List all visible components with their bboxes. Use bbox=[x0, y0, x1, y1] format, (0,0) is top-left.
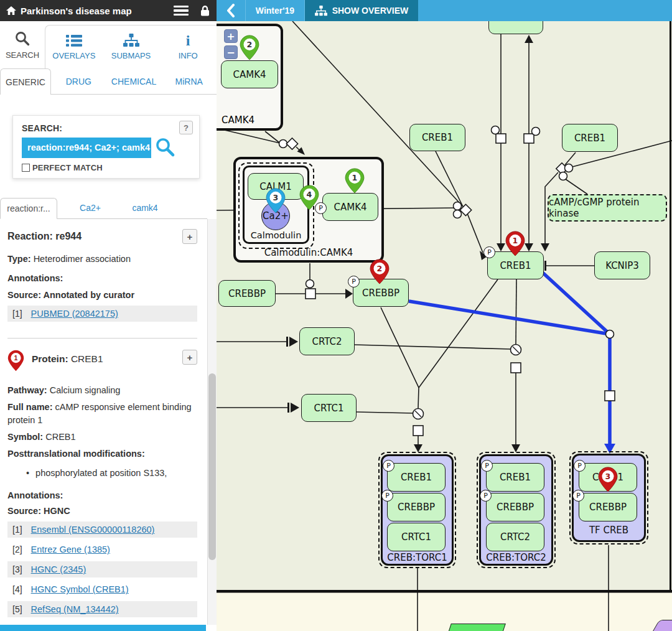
nav-item-info[interactable]: i INFO bbox=[159, 26, 217, 68]
svg-text:4: 4 bbox=[307, 190, 312, 199]
zoom-in-button[interactable]: + bbox=[224, 29, 238, 43]
info-icon: i bbox=[186, 34, 190, 47]
result-tab-ca2[interactable]: Ca2+ bbox=[68, 197, 112, 218]
nav-item-search[interactable]: SEARCH bbox=[0, 21, 45, 68]
reaction-title: Reaction: re944 bbox=[7, 231, 182, 242]
rna-node-clipped[interactable] bbox=[445, 624, 506, 631]
ensembl-link[interactable]: Ensembl (ENSG00000118260) bbox=[31, 525, 155, 535]
node-top-clipped[interactable] bbox=[488, 21, 543, 34]
result-content: Reaction: re944 + Type: Heterodimer asso… bbox=[0, 219, 207, 617]
perfect-match-checkbox[interactable] bbox=[22, 164, 30, 172]
lock-icon[interactable] bbox=[200, 5, 210, 16]
svg-text:2: 2 bbox=[247, 40, 253, 49]
protein-expand-button[interactable]: + bbox=[182, 350, 197, 365]
node-crebbp-left[interactable]: CREBBP bbox=[218, 280, 276, 307]
symbol-label: Symbol: bbox=[7, 432, 43, 442]
pathway-label: Pathway: bbox=[7, 385, 47, 395]
map-pin-red-1[interactable]: 1 bbox=[505, 231, 525, 256]
map-canvas[interactable]: CAMK4 CAMK4 2 Calmodulin:CAMK4 Calmoduli… bbox=[217, 21, 672, 631]
submaps-icon bbox=[123, 34, 139, 47]
map-pin-green-4[interactable]: 4 bbox=[299, 185, 319, 210]
hgnc-link[interactable]: HGNC (2345) bbox=[31, 564, 86, 574]
phospho-state-circle: P bbox=[572, 490, 584, 502]
sidebar-footer-bar bbox=[0, 625, 206, 631]
torc2-creb1[interactable]: CREB1 bbox=[486, 463, 544, 492]
map-pin-red-2[interactable]: 2 bbox=[370, 259, 390, 284]
scrollbar-thumb[interactable] bbox=[208, 373, 216, 560]
divider bbox=[7, 338, 197, 339]
tab-drug[interactable]: DRUG bbox=[51, 68, 106, 94]
search-submit-icon[interactable] bbox=[155, 137, 176, 158]
show-overview-label: SHOW OVERVIEW bbox=[332, 6, 409, 16]
result-tabs: reaction:r... Ca2+ camk4 bbox=[0, 198, 207, 219]
reaction-expand-button[interactable]: + bbox=[182, 229, 197, 244]
search-input[interactable] bbox=[22, 138, 151, 158]
nav-group: OVERLAYS SUBMAPS i INFO bbox=[45, 25, 217, 68]
version-button[interactable]: Winter'19 bbox=[246, 0, 305, 21]
reaction-type-label: Type: bbox=[7, 254, 31, 264]
phospho-state-circle: P bbox=[483, 246, 495, 258]
map-pin-green-1[interactable]: 1 bbox=[345, 168, 365, 194]
refseq-link[interactable]: RefSeq (NM_134442) bbox=[31, 604, 119, 614]
result-tab-reaction[interactable]: reaction:r... bbox=[0, 198, 57, 219]
sidebar-scrollbar[interactable] bbox=[207, 219, 217, 625]
nav-item-submaps[interactable]: SUBMAPS bbox=[103, 26, 160, 68]
tfcreb-crebbp[interactable]: CREBBP bbox=[579, 493, 637, 521]
app-title: Parkinson's disease map bbox=[21, 6, 174, 16]
map-pin-blue-3[interactable]: 3 bbox=[266, 188, 286, 213]
tab-mirna[interactable]: MiRNA bbox=[161, 68, 217, 94]
annotation-row: [4] HGNC Symbol (CREB1) bbox=[7, 581, 197, 597]
nav-item-overlays[interactable]: OVERLAYS bbox=[45, 26, 103, 68]
zoom-out-button[interactable]: − bbox=[224, 45, 238, 59]
nav-search-label: SEARCH bbox=[6, 50, 39, 60]
torc1-creb1[interactable]: CREB1 bbox=[387, 463, 446, 492]
protein-source: Source: HGNC bbox=[7, 505, 197, 518]
show-overview-button[interactable]: SHOW OVERVIEW bbox=[305, 0, 418, 21]
help-button[interactable]: ? bbox=[179, 121, 193, 134]
node-crtc1[interactable]: CRTC1 bbox=[301, 394, 357, 422]
torc1-crtc1[interactable]: CRTC1 bbox=[387, 523, 446, 551]
reaction-source: Source: Annotated by curator bbox=[7, 289, 197, 302]
overlays-icon bbox=[66, 34, 82, 47]
torc2-crtc2[interactable]: CRTC2 bbox=[486, 523, 544, 551]
svg-text:3: 3 bbox=[273, 193, 279, 202]
result-tab-camk4[interactable]: camk4 bbox=[123, 197, 167, 218]
tf-creb-torc1-complex[interactable]: CREB1 CREBBP CRTC1 P P TF CREB:TORC1 bbox=[381, 454, 454, 566]
perfect-match-label: PERFECT MATCH bbox=[32, 163, 103, 172]
menu-icon[interactable] bbox=[174, 6, 189, 16]
node-camk4-outer[interactable]: CAMK4 bbox=[221, 60, 278, 88]
nav-overlays-label: OVERLAYS bbox=[52, 51, 95, 60]
pathway-value: Calcium signaling bbox=[50, 385, 121, 395]
ref-index: [2] bbox=[12, 545, 22, 554]
entrez-link[interactable]: Entrez Gene (1385) bbox=[31, 545, 110, 554]
protein-title-value: CREB1 bbox=[71, 353, 103, 364]
back-button[interactable] bbox=[217, 0, 246, 21]
ref-index: [5] bbox=[12, 604, 22, 614]
hgnc-symbol-link[interactable]: HGNC Symbol (CREB1) bbox=[31, 584, 129, 594]
overview-icon bbox=[315, 6, 327, 16]
torc1-crebbp[interactable]: CREBBP bbox=[387, 493, 446, 521]
node-camp-cgmp-kinase[interactable]: cAMP/cGMP protein kinase bbox=[548, 194, 667, 222]
phospho-state-circle: P bbox=[381, 490, 393, 502]
map-toolbar: Winter'19 SHOW OVERVIEW bbox=[217, 0, 672, 21]
node-creb1-topright[interactable]: CREB1 bbox=[562, 124, 618, 152]
svg-text:1: 1 bbox=[352, 173, 358, 182]
tab-generic[interactable]: GENERIC bbox=[0, 68, 51, 95]
map-pin-red-3[interactable]: 3 bbox=[598, 467, 618, 492]
sidebar: Parkinson's disease map SEARCH bbox=[0, 0, 217, 631]
protein-pin-icon: 1 bbox=[7, 350, 24, 372]
nav-submaps-label: SUBMAPS bbox=[111, 51, 151, 60]
home-icon[interactable] bbox=[6, 6, 16, 15]
tf-creb-torc2-complex[interactable]: CREB1 CREBBP CRTC2 P P TF CREB:TORC2 bbox=[479, 454, 553, 566]
ptm-label: Posttranslational modifications: bbox=[7, 447, 197, 460]
search-label: SEARCH: bbox=[22, 123, 190, 133]
node-kcnip3[interactable]: KCNIP3 bbox=[594, 251, 650, 279]
calmodulin-label: Calmodulin bbox=[245, 230, 307, 240]
node-camk4-inner[interactable]: CAMK4 bbox=[322, 193, 378, 221]
torc2-crebbp[interactable]: CREBBP bbox=[486, 493, 544, 521]
map-pin-green-2[interactable]: 2 bbox=[240, 35, 259, 60]
tab-chemical[interactable]: CHEMICAL bbox=[106, 68, 162, 94]
node-crtc2[interactable]: CRTC2 bbox=[299, 327, 355, 355]
node-creb1-top[interactable]: CREB1 bbox=[409, 124, 465, 151]
pubmed-link[interactable]: PUBMED (20842175) bbox=[31, 309, 118, 319]
